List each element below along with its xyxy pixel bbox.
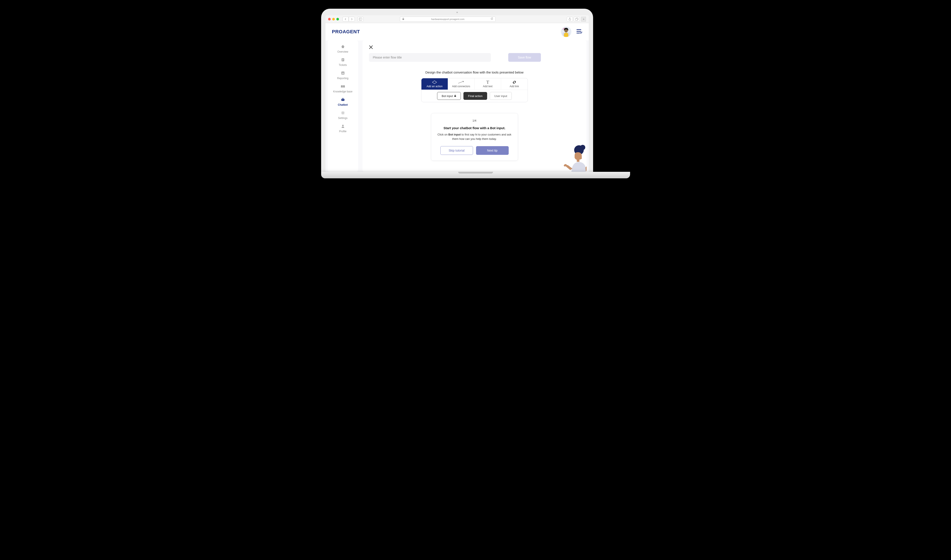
sidebar-item-label: Tickets bbox=[339, 63, 347, 66]
tutorial-title: Start your chatbot flow with a Bot input… bbox=[437, 126, 512, 130]
final-action-button[interactable]: Final action bbox=[464, 92, 487, 100]
save-flow-button[interactable]: Save flow bbox=[508, 53, 541, 62]
svg-point-26 bbox=[342, 98, 343, 98]
tab-add-action[interactable]: Add an action bbox=[421, 78, 448, 89]
sidebar-item-knowledge-base[interactable]: Knowledge base bbox=[328, 85, 358, 93]
svg-rect-34 bbox=[577, 159, 580, 162]
sidebar-item-reporting[interactable]: Reporting bbox=[328, 71, 358, 80]
diamond-icon bbox=[432, 80, 437, 85]
tabs-button[interactable] bbox=[574, 17, 580, 22]
flow-toolbar: Add an action Add connectors T Add text bbox=[421, 78, 528, 102]
next-tip-button[interactable]: Next tip bbox=[476, 146, 509, 155]
close-window-button[interactable] bbox=[328, 18, 331, 20]
svg-point-23 bbox=[342, 100, 343, 100]
forward-button[interactable] bbox=[349, 17, 355, 22]
sidebar-item-settings[interactable]: Settings bbox=[328, 111, 358, 120]
skip-tutorial-button[interactable]: Skip tutorial bbox=[440, 146, 473, 155]
sidebar-item-overview[interactable]: Overview bbox=[328, 45, 358, 53]
maximize-window-button[interactable] bbox=[336, 18, 339, 20]
document-icon bbox=[341, 58, 345, 63]
close-button[interactable] bbox=[369, 45, 373, 51]
sidebar-item-label: Reporting bbox=[337, 77, 348, 80]
tutorial-step-counter: 1/4 bbox=[437, 119, 512, 122]
window-controls bbox=[328, 18, 339, 20]
app-header: PROAGENT bbox=[325, 23, 589, 40]
svg-rect-22 bbox=[341, 99, 344, 101]
pill-label: User input bbox=[494, 94, 507, 98]
browser-right-controls: + bbox=[567, 17, 586, 22]
bot-icon bbox=[341, 98, 345, 102]
svg-point-24 bbox=[343, 100, 344, 100]
user-icon bbox=[341, 125, 344, 129]
tab-label: Add an action bbox=[427, 85, 442, 88]
gear-icon bbox=[341, 111, 345, 116]
sidebar-item-label: Chatbot bbox=[338, 103, 348, 106]
bot-input-button[interactable]: Bot input bbox=[437, 92, 461, 100]
header-right bbox=[561, 26, 582, 37]
pill-label: Final action bbox=[468, 94, 482, 98]
checklist-button[interactable] bbox=[576, 29, 582, 35]
title-row: Save flow bbox=[369, 53, 580, 62]
new-tab-button[interactable]: + bbox=[581, 17, 586, 22]
svg-rect-19 bbox=[343, 72, 343, 74]
svg-point-31 bbox=[455, 95, 455, 95]
laptop-camera bbox=[456, 12, 458, 13]
pill-label: Bot input bbox=[442, 94, 453, 98]
link-icon bbox=[512, 80, 517, 85]
svg-point-27 bbox=[342, 112, 343, 114]
laptop-frame: hardwaresupport.proagent.com + PROAGEN bbox=[321, 9, 593, 172]
avatar-image bbox=[561, 26, 571, 37]
back-button[interactable] bbox=[342, 17, 348, 22]
share-button[interactable] bbox=[567, 17, 573, 22]
tutorial-card: 1/4 Start your chatbot flow with a Bot i… bbox=[431, 113, 518, 161]
chevron-right-icon bbox=[351, 18, 353, 20]
reload-icon[interactable] bbox=[491, 17, 493, 21]
svg-rect-2 bbox=[402, 19, 404, 20]
tab-add-text[interactable]: T Add text bbox=[475, 78, 501, 89]
minimize-window-button[interactable] bbox=[332, 18, 335, 20]
svg-point-28 bbox=[342, 125, 344, 126]
sidebar-icon bbox=[359, 18, 362, 20]
tab-label: Add connectors bbox=[452, 85, 470, 88]
plus-icon: + bbox=[583, 17, 584, 21]
tab-label: Add link bbox=[510, 85, 519, 88]
tutorial-buttons: Skip tutorial Next tip bbox=[437, 146, 512, 155]
sidebar-item-chatbot[interactable]: Chatbot bbox=[328, 98, 358, 106]
svg-rect-0 bbox=[359, 18, 362, 20]
tab-label: Add text bbox=[483, 85, 493, 88]
instruction-text: Design the chatbot conversation flow wit… bbox=[369, 71, 580, 74]
address-bar[interactable]: hardwaresupport.proagent.com bbox=[400, 17, 496, 22]
sidebar-item-tickets[interactable]: Tickets bbox=[328, 58, 358, 66]
svg-rect-29 bbox=[454, 95, 456, 97]
bot-small-icon bbox=[454, 95, 456, 97]
tab-add-connectors[interactable]: Add connectors bbox=[448, 78, 475, 89]
svg-point-33 bbox=[580, 145, 585, 150]
address-url: hardwaresupport.proagent.com bbox=[431, 18, 464, 20]
tabs-icon bbox=[575, 18, 578, 20]
main-area: Save flow Design the chatbot conversatio… bbox=[362, 40, 587, 172]
toolbar-tabs: Add an action Add connectors T Add text bbox=[421, 78, 528, 89]
svg-rect-18 bbox=[342, 73, 342, 74]
tab-add-link[interactable]: Add link bbox=[501, 78, 527, 89]
close-icon bbox=[369, 45, 373, 49]
text-icon: T bbox=[486, 80, 489, 85]
svg-point-9 bbox=[563, 29, 563, 30]
sidebar-item-label: Knowledge base bbox=[333, 90, 353, 93]
person-illustration bbox=[554, 143, 587, 172]
user-input-button[interactable]: User input bbox=[490, 92, 512, 100]
browser-nav bbox=[342, 17, 355, 22]
logo[interactable]: PROAGENT bbox=[332, 29, 360, 35]
toolbar-actions: Bot input Final action User input bbox=[421, 89, 528, 102]
app-body: Overview Tickets Reporting bbox=[325, 40, 589, 172]
book-icon bbox=[341, 85, 345, 89]
sidebar-item-profile[interactable]: Profile bbox=[328, 125, 358, 133]
chart-icon bbox=[341, 71, 345, 76]
browser-chrome: hardwaresupport.proagent.com + bbox=[325, 15, 589, 23]
flow-title-input[interactable] bbox=[369, 53, 491, 62]
svg-rect-20 bbox=[343, 73, 344, 74]
checklist-icon bbox=[576, 29, 582, 34]
arrow-icon bbox=[458, 80, 464, 85]
sidebar-toggle-button[interactable] bbox=[358, 17, 364, 22]
chevron-left-icon bbox=[345, 18, 346, 20]
avatar[interactable] bbox=[561, 26, 571, 37]
